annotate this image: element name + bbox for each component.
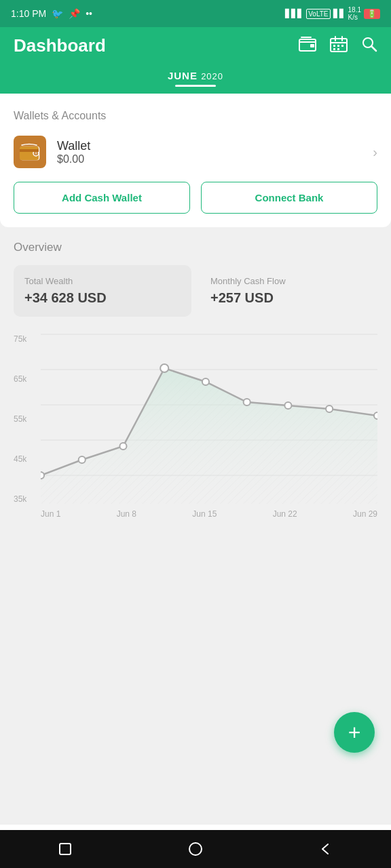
page-title: Dashboard xyxy=(14,35,106,56)
svg-rect-9 xyxy=(337,48,339,50)
svg-marker-24 xyxy=(41,368,377,504)
wallet-item[interactable]: Wallet $0.00 › xyxy=(14,136,377,168)
svg-rect-5 xyxy=(333,45,335,47)
y-label-45k: 45k xyxy=(14,454,41,464)
month-selector[interactable]: JUNE 2020 xyxy=(14,70,377,94)
wallets-title: Wallets & Accounts xyxy=(14,110,377,122)
pocket-icon: 📌 xyxy=(69,8,80,19)
connect-bank-button[interactable]: Connect Bank xyxy=(201,182,377,214)
monthly-cashflow-value: +257 USD xyxy=(210,290,367,306)
header-icons xyxy=(299,36,377,56)
svg-rect-16 xyxy=(20,149,39,152)
svg-rect-45 xyxy=(60,844,71,854)
total-wealth-value: +34 628 USD xyxy=(24,290,181,306)
dots-icon: •• xyxy=(86,8,92,19)
wallet-item-icon xyxy=(14,136,46,168)
battery-icon: 🔋 xyxy=(364,9,380,19)
total-wealth-card: Total Wealth +34 628 USD xyxy=(14,265,191,317)
monthly-cashflow-label: Monthly Cash Flow xyxy=(210,276,367,286)
overview-stats: Total Wealth +34 628 USD Monthly Cash Fl… xyxy=(14,265,377,317)
total-wealth-label: Total Wealth xyxy=(24,276,181,286)
main-content: Wallets & Accounts Wallet $0.00 xyxy=(0,94,391,538)
svg-point-33 xyxy=(374,412,377,419)
month-display: JUNE 2020 xyxy=(168,70,223,87)
svg-line-11 xyxy=(371,46,376,51)
android-nav-bar xyxy=(0,830,391,868)
android-back-button[interactable] xyxy=(316,839,336,859)
x-label-jun15: Jun 15 xyxy=(192,509,217,519)
y-label-55k: 55k xyxy=(14,414,41,424)
android-recent-button[interactable] xyxy=(55,839,75,859)
twitter-icon: 🐦 xyxy=(52,8,63,19)
svg-point-27 xyxy=(119,443,126,450)
time-display: 1:10 PM xyxy=(11,8,46,19)
svg-rect-1 xyxy=(310,44,314,47)
chart-area: Jun 1 Jun 8 Jun 15 Jun 22 Jun 29 xyxy=(41,328,377,531)
svg-point-46 xyxy=(189,843,202,855)
wallet-balance: $0.00 xyxy=(57,153,373,165)
chart-container: 75k 65k 55k 45k 35k xyxy=(0,328,391,538)
volte-badge: VoLTE xyxy=(306,9,330,19)
svg-point-32 xyxy=(326,406,333,412)
x-labels: Jun 1 Jun 8 Jun 15 Jun 22 Jun 29 xyxy=(41,507,377,519)
header-top: Dashboard xyxy=(14,35,377,56)
svg-point-26 xyxy=(79,456,86,463)
x-label-jun29: Jun 29 xyxy=(353,509,377,519)
y-label-65k: 65k xyxy=(14,374,41,384)
signal-icon: ▋▋▋ xyxy=(285,9,303,18)
action-buttons: Add Cash Wallet Connect Bank xyxy=(14,182,377,214)
add-fab-button[interactable]: + xyxy=(334,712,375,753)
wallets-card: Wallets & Accounts Wallet $0.00 xyxy=(0,94,391,227)
app-header: Dashboard xyxy=(0,27,391,94)
svg-point-15 xyxy=(35,152,37,155)
calendar-icon[interactable] xyxy=(330,36,348,56)
signal2-icon: ▋▋ xyxy=(333,9,346,18)
y-label-75k: 75k xyxy=(14,334,41,344)
svg-point-28 xyxy=(160,364,168,372)
plus-icon: + xyxy=(348,722,361,743)
y-label-35k: 35k xyxy=(14,494,41,504)
add-cash-wallet-button[interactable]: Add Cash Wallet xyxy=(14,182,190,214)
svg-rect-6 xyxy=(337,45,339,47)
search-icon[interactable] xyxy=(361,36,377,56)
svg-point-25 xyxy=(41,472,44,479)
status-bar: 1:10 PM 🐦 📌 •• ▋▋▋ VoLTE ▋▋ 18.1K/s 🔋 xyxy=(0,0,391,27)
svg-point-31 xyxy=(284,402,291,409)
monthly-cashflow-card: Monthly Cash Flow +257 USD xyxy=(200,265,377,317)
svg-point-30 xyxy=(244,399,250,406)
overview-section: Overview Total Wealth +34 628 USD Monthl… xyxy=(0,227,391,317)
android-home-button[interactable] xyxy=(185,839,206,859)
wallet-name: Wallet xyxy=(57,139,373,153)
status-right: ▋▋▋ VoLTE ▋▋ 18.1K/s 🔋 xyxy=(285,6,380,21)
speed-display: 18.1K/s xyxy=(348,6,361,21)
x-label-jun8: Jun 8 xyxy=(117,509,136,519)
wallet-arrow-icon: › xyxy=(373,144,377,160)
wallet-info: Wallet $0.00 xyxy=(57,139,373,165)
x-label-jun22: Jun 22 xyxy=(273,509,297,519)
chart-svg xyxy=(41,328,377,504)
wallet-icon[interactable] xyxy=(299,37,316,56)
status-left: 1:10 PM 🐦 📌 •• xyxy=(11,8,92,19)
svg-point-29 xyxy=(202,378,209,385)
overview-title: Overview xyxy=(14,241,377,254)
svg-rect-7 xyxy=(341,45,343,47)
svg-rect-8 xyxy=(333,48,335,50)
x-label-jun1: Jun 1 xyxy=(41,509,60,519)
